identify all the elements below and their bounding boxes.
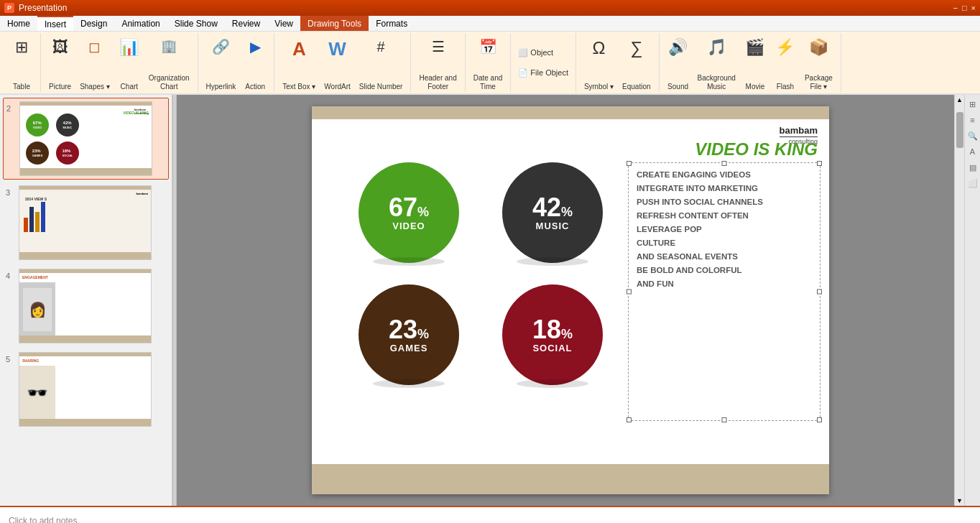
menu-home[interactable]: Home: [0, 16, 37, 31]
maximize-icon[interactable]: □: [962, 4, 967, 12]
bullet-3: PUSH INTO SOCIAL CHANNELS: [637, 195, 815, 209]
canvas-area[interactable]: bambam consulting VIDEO IS KING 67% VIDE…: [177, 95, 964, 506]
menu-formats[interactable]: Formats: [369, 16, 415, 31]
slide-number-icon: #: [377, 40, 385, 54]
ribbon-group-header: ☰ Header andFooter: [411, 33, 465, 92]
menu-insert[interactable]: Insert: [37, 16, 73, 31]
main-area: 2 bambamconsulting VIDEO IS KING 67%VIDE…: [0, 95, 980, 506]
slide-number-label: Slide Number: [359, 83, 403, 91]
bullet-5: LEVERAGE POP: [637, 223, 815, 236]
slide-img-3: bambam 2014 VIEW S: [19, 185, 152, 260]
package-button[interactable]: 📦 PackageFile ▾: [801, 36, 836, 93]
slide-content-area: bambam consulting VIDEO IS KING 67% VIDE…: [312, 119, 829, 464]
bubble-games-pct: 23%: [389, 317, 429, 343]
handle-ml[interactable]: [627, 290, 632, 295]
menu-slideshow[interactable]: Slide Show: [167, 16, 225, 31]
handle-bm[interactable]: [722, 417, 727, 422]
slide-thumb-5[interactable]: 5 SHARING 🕶️: [3, 349, 169, 430]
right-panel-btn-3[interactable]: 🔍: [966, 129, 979, 142]
right-panel-btn-2[interactable]: ≡: [966, 114, 979, 126]
chart-button[interactable]: 📊 Chart: [115, 36, 144, 93]
bullet-4: REFRESH CONTENT OFTEN: [637, 209, 815, 223]
menu-review[interactable]: Review: [225, 16, 267, 31]
notes-area[interactable]: Show/Hide Note Click to add notes: [0, 506, 980, 523]
action-label: Action: [245, 83, 265, 91]
bg-music-button[interactable]: 🎵 BackgroundMusic: [694, 36, 739, 93]
file-object-button[interactable]: 📄 File Object: [515, 63, 571, 82]
slide-canvas[interactable]: bambam consulting VIDEO IS KING 67% VIDE…: [312, 106, 829, 494]
handle-br[interactable]: [817, 417, 822, 422]
menu-animation[interactable]: Animation: [114, 16, 167, 31]
bubble-games-shadow: [373, 379, 445, 388]
scroll-down-btn[interactable]: ▼: [955, 496, 964, 506]
slide-number-button[interactable]: # Slide Number: [356, 36, 407, 93]
sound-icon: 🔊: [668, 40, 688, 55]
bg-music-icon: 🎵: [707, 40, 726, 55]
bullet-8: BE BOLD AND COLORFUL: [637, 264, 815, 277]
slide-thumb-2[interactable]: 2 bambamconsulting VIDEO IS KING 67%VIDE…: [3, 98, 169, 180]
chart-icon: 📊: [119, 40, 139, 55]
org-chart-icon: 🏢: [161, 40, 177, 52]
scroll-track[interactable]: [956, 105, 964, 496]
equation-icon: ∑: [630, 40, 642, 57]
wordart-button[interactable]: W WordArt: [320, 36, 354, 93]
picture-button[interactable]: 🖼 Picture: [45, 36, 75, 93]
datetime-button[interactable]: 📅 Date andTime: [470, 36, 507, 93]
bubble-games-label: GAMES: [390, 343, 428, 353]
bg-music-label: BackgroundMusic: [698, 74, 736, 91]
menu-drawing-tools[interactable]: Drawing Tools: [300, 16, 369, 31]
menu-design[interactable]: Design: [73, 16, 114, 31]
hyperlink-button[interactable]: 🔗 Hyperlink: [203, 36, 240, 93]
slide-thumb-3[interactable]: 3 bambam 2014 VIEW S: [3, 182, 169, 263]
sound-button[interactable]: 🔊 Sound: [664, 36, 693, 93]
handle-tm[interactable]: [722, 161, 727, 166]
bullet-9: AND FUN: [637, 277, 815, 291]
bubble-social-label: SOCIAL: [532, 343, 572, 353]
bubble-video: 67% VIDEO: [359, 162, 459, 263]
action-button[interactable]: ▶ Action: [241, 36, 269, 93]
close-icon[interactable]: ×: [971, 4, 976, 12]
object-button[interactable]: ⬜ Object: [515, 43, 556, 62]
right-panel-btn-6[interactable]: ⬜: [966, 177, 979, 190]
vertical-scrollbar[interactable]: ▲ ▼: [954, 95, 964, 506]
handle-bl[interactable]: [627, 417, 632, 422]
slide-panel[interactable]: 2 bambamconsulting VIDEO IS KING 67%VIDE…: [0, 95, 172, 506]
scroll-thumb[interactable]: [956, 112, 963, 148]
file-object-icon: 📄 File Object: [518, 68, 568, 78]
slide-thumb-4[interactable]: 4 ENGAGEMENT 👩: [3, 266, 169, 346]
right-panel-btn-5[interactable]: ▤: [966, 161, 979, 174]
flash-icon: ⚡: [775, 40, 795, 55]
right-panel-btn-4[interactable]: A: [966, 145, 979, 158]
textbox-label: Text Box ▾: [282, 83, 315, 91]
flash-label: Flash: [777, 83, 794, 91]
symbol-button[interactable]: Ω Symbol ▾: [581, 36, 617, 93]
slide-footer-band: [312, 464, 829, 494]
chart-label: Chart: [121, 83, 138, 91]
brand-name: bambam: [780, 125, 818, 136]
textbox-button[interactable]: A Text Box ▾: [279, 36, 319, 93]
movie-button[interactable]: 🎬 Movie: [741, 36, 769, 93]
datetime-icon: 📅: [479, 40, 497, 54]
right-panel-btn-1[interactable]: ⊞: [966, 98, 979, 111]
org-chart-button[interactable]: 🏢 OrganizationChart: [145, 36, 193, 93]
handle-tr[interactable]: [817, 161, 822, 166]
hyperlink-label: Hyperlink: [206, 83, 236, 91]
scroll-up-btn[interactable]: ▲: [955, 95, 964, 105]
shapes-button[interactable]: ◻ Shapes ▾: [76, 36, 114, 93]
app-title: Presentation: [19, 3, 953, 13]
ribbon-group-table: ⊞ Table: [3, 33, 41, 92]
handle-tl[interactable]: [627, 161, 632, 166]
flash-button[interactable]: ⚡ Flash: [771, 36, 800, 93]
table-button[interactable]: ⊞ Table: [7, 36, 36, 93]
equation-button[interactable]: ∑ Equation: [619, 36, 654, 93]
bubble-music-label: MUSIC: [536, 221, 570, 231]
package-icon: 📦: [809, 40, 828, 55]
handle-mr[interactable]: [817, 290, 822, 295]
bullet-list: CREATE ENGAGING VIDEOS INTEGRATE INTO MA…: [637, 168, 815, 291]
minimize-icon[interactable]: −: [953, 4, 957, 12]
package-label: PackageFile ▾: [805, 74, 833, 91]
window-controls[interactable]: − □ ×: [953, 4, 976, 12]
header-footer-button[interactable]: ☰ Header andFooter: [415, 36, 460, 93]
menu-view[interactable]: View: [267, 16, 300, 31]
ribbon-group-symbol: Ω Symbol ▾ ∑ Equation: [576, 33, 660, 92]
